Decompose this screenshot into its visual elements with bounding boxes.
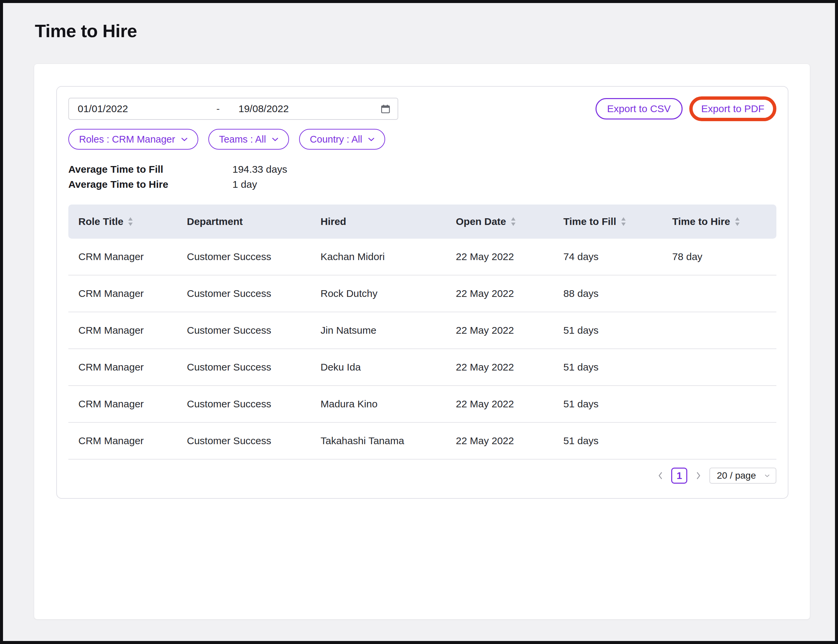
cell-department: Customer Success xyxy=(187,398,321,410)
date-range-input[interactable]: 01/01/2022 - 19/08/2022 xyxy=(68,98,398,120)
chevron-down-icon xyxy=(368,138,374,141)
cell-hired: Deku Ida xyxy=(321,361,456,373)
summary-metrics: Average Time to Fill 194.33 days Average… xyxy=(68,162,776,192)
cell-time-to-fill: 51 days xyxy=(563,325,672,336)
sort-icon xyxy=(735,217,740,226)
current-page-button[interactable]: 1 xyxy=(671,468,687,484)
export-to-pdf-button[interactable]: Export to PDF xyxy=(689,96,776,121)
cell-time-to-fill: 51 days xyxy=(563,398,672,410)
cell-open-date: 22 May 2022 xyxy=(456,435,563,447)
cell-hired: Kachan Midori xyxy=(321,251,456,263)
cell-time-to-fill: 74 days xyxy=(563,251,672,263)
page-title: Time to Hire xyxy=(35,20,137,41)
table-row: CRM Manager Customer Success Rock Dutchy… xyxy=(68,276,776,312)
sort-icon xyxy=(128,217,133,226)
prev-page-button[interactable] xyxy=(655,468,665,483)
column-label: Role Title xyxy=(78,216,123,227)
report-panel: 01/01/2022 - 19/08/2022 Export to CSV xyxy=(56,86,789,499)
filter-country-pill[interactable]: Country : All xyxy=(299,129,385,150)
filter-country-label: Country : All xyxy=(310,134,362,145)
cell-department: Customer Success xyxy=(187,251,321,263)
summary-row-time-to-hire: Average Time to Hire 1 day xyxy=(68,177,776,192)
cell-hired: Takahashi Tanama xyxy=(321,435,456,447)
cell-time-to-fill: 88 days xyxy=(563,288,672,299)
page-size-select[interactable]: 20 / page xyxy=(710,468,776,484)
date-range-start[interactable]: 01/01/2022 xyxy=(69,103,216,115)
next-page-button[interactable] xyxy=(693,468,703,483)
table-row: CRM Manager Customer Success Kachan Mido… xyxy=(68,239,776,276)
cell-role-title: CRM Manager xyxy=(78,288,187,299)
column-label: Time to Hire xyxy=(672,216,730,227)
table-row: CRM Manager Customer Success Madura Kino… xyxy=(68,386,776,423)
table-header: Role Title Department Hired Open Date xyxy=(68,205,776,239)
cell-department: Customer Success xyxy=(187,361,321,373)
export-to-csv-button[interactable]: Export to CSV xyxy=(596,98,683,120)
time-to-hire-table: Role Title Department Hired Open Date xyxy=(68,205,776,492)
summary-label-time-to-fill: Average Time to Fill xyxy=(68,164,232,175)
column-label: Department xyxy=(187,216,243,227)
table-row: CRM Manager Customer Success Takahashi T… xyxy=(68,423,776,460)
column-header-time-to-fill[interactable]: Time to Fill xyxy=(563,216,672,227)
table-row: CRM Manager Customer Success Deku Ida 22… xyxy=(68,349,776,386)
cell-open-date: 22 May 2022 xyxy=(456,251,563,263)
column-label: Time to Fill xyxy=(563,216,616,227)
pagination: 1 20 / page xyxy=(68,460,776,492)
cell-role-title: CRM Manager xyxy=(78,361,187,373)
sort-icon xyxy=(621,217,626,226)
filter-roles-pill[interactable]: Roles : CRM Manager xyxy=(68,129,198,150)
chevron-down-icon xyxy=(765,474,770,477)
filter-teams-label: Teams : All xyxy=(219,134,266,145)
cell-open-date: 22 May 2022 xyxy=(456,361,563,373)
cell-role-title: CRM Manager xyxy=(78,251,187,263)
cell-hired: Jin Natsume xyxy=(321,325,456,336)
cell-role-title: CRM Manager xyxy=(78,325,187,336)
summary-label-time-to-hire: Average Time to Hire xyxy=(68,179,232,190)
column-label: Open Date xyxy=(456,216,506,227)
cell-department: Customer Success xyxy=(187,325,321,336)
summary-value-time-to-fill: 194.33 days xyxy=(232,164,287,175)
cell-department: Customer Success xyxy=(187,435,321,447)
filter-roles-label: Roles : CRM Manager xyxy=(79,134,175,145)
cell-open-date: 22 May 2022 xyxy=(456,325,563,336)
cell-hired: Rock Dutchy xyxy=(321,288,456,299)
chevron-down-icon xyxy=(272,138,278,141)
export-button-group: Export to CSV Export to PDF xyxy=(596,96,776,121)
screenshot-frame: Time to Hire 01/01/2022 - 19/08/2022 xyxy=(0,0,838,644)
cell-open-date: 22 May 2022 xyxy=(456,398,563,410)
filter-bar: Roles : CRM Manager Teams : All Country … xyxy=(68,129,776,150)
cell-open-date: 22 May 2022 xyxy=(456,288,563,299)
sort-icon xyxy=(511,217,516,226)
table-row: CRM Manager Customer Success Jin Natsume… xyxy=(68,312,776,349)
summary-row-time-to-fill: Average Time to Fill 194.33 days xyxy=(68,162,776,177)
chevron-right-icon xyxy=(696,471,701,480)
toolbar: 01/01/2022 - 19/08/2022 Export to CSV xyxy=(68,97,776,121)
cell-time-to-hire: 78 day xyxy=(672,251,776,263)
date-range-separator: - xyxy=(216,103,230,115)
page-size-label: 20 / page xyxy=(717,470,756,481)
column-header-department: Department xyxy=(187,216,321,227)
cell-time-to-fill: 51 days xyxy=(563,361,672,373)
calendar-icon[interactable] xyxy=(380,104,391,114)
filter-teams-pill[interactable]: Teams : All xyxy=(208,129,289,150)
column-header-hired: Hired xyxy=(321,216,456,227)
date-range-end[interactable]: 19/08/2022 xyxy=(239,103,289,115)
column-header-time-to-hire[interactable]: Time to Hire xyxy=(672,216,776,227)
cell-role-title: CRM Manager xyxy=(78,398,187,410)
cell-department: Customer Success xyxy=(187,288,321,299)
column-label: Hired xyxy=(321,216,346,227)
report-card: 01/01/2022 - 19/08/2022 Export to CSV xyxy=(34,64,810,619)
cell-hired: Madura Kino xyxy=(321,398,456,410)
chevron-left-icon xyxy=(657,471,663,480)
summary-value-time-to-hire: 1 day xyxy=(232,179,257,190)
cell-role-title: CRM Manager xyxy=(78,435,187,447)
column-header-role-title[interactable]: Role Title xyxy=(78,216,187,227)
column-header-open-date[interactable]: Open Date xyxy=(456,216,563,227)
cell-time-to-fill: 51 days xyxy=(563,435,672,447)
chevron-down-icon xyxy=(181,138,188,141)
